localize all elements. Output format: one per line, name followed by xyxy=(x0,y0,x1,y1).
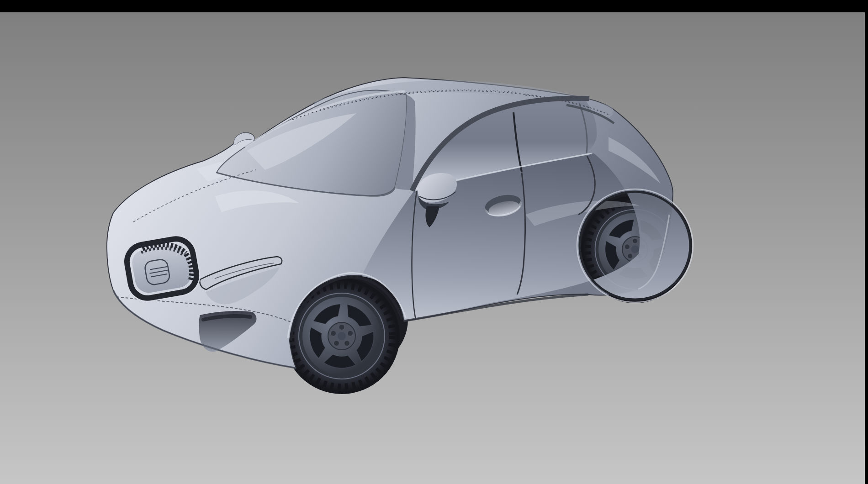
letterbox-right-bar xyxy=(865,0,868,484)
application-window xyxy=(0,0,868,484)
letterbox-top-bar xyxy=(0,0,868,12)
render-viewport[interactable] xyxy=(0,0,868,484)
